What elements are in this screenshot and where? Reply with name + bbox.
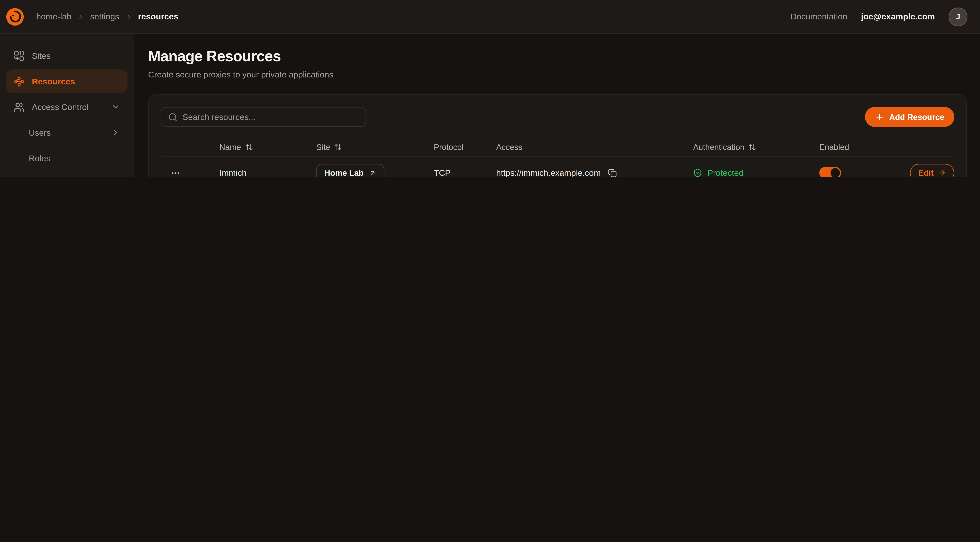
- copy-icon[interactable]: [608, 168, 617, 177]
- arrow-up-right-icon: [369, 169, 376, 177]
- sites-icon: [14, 50, 24, 61]
- column-header-access: Access: [496, 142, 693, 152]
- user-email[interactable]: joe@example.com: [861, 12, 935, 21]
- chevron-down-icon: [111, 103, 120, 112]
- page-subtitle: Create secure proxies to your private ap…: [148, 70, 967, 80]
- sidebar-item-label: Users: [29, 128, 51, 137]
- edit-label: Edit: [918, 168, 934, 177]
- sidebar-item-label: Resources: [32, 77, 75, 86]
- search-box: [161, 107, 366, 127]
- app-logo-icon[interactable]: [5, 6, 25, 27]
- top-header: home-lab settings resources Documentatio…: [0, 0, 980, 34]
- edit-button[interactable]: Edit: [910, 164, 954, 177]
- sidebar: Sites Resources Access Control Users: [0, 34, 134, 177]
- page-title: Manage Resources: [148, 48, 967, 65]
- sidebar-item-users[interactable]: Users: [6, 121, 127, 144]
- column-header-enabled: Enabled: [819, 142, 904, 152]
- column-header-name[interactable]: Name: [220, 142, 253, 152]
- search-icon: [168, 112, 178, 121]
- add-resource-label: Add Resource: [889, 112, 945, 121]
- site-link-button[interactable]: Home Lab: [316, 164, 384, 177]
- sidebar-item-roles[interactable]: Roles: [6, 146, 127, 170]
- chevron-right-icon: [77, 13, 84, 21]
- sidebar-item-label: Sites: [32, 51, 51, 60]
- sidebar-item-label: Access Control: [32, 102, 89, 112]
- table-header-row: Name Site: [161, 138, 954, 157]
- breadcrumb: home-lab settings resources: [36, 12, 178, 21]
- plus-icon: [875, 112, 884, 121]
- site-name: Home Lab: [325, 168, 364, 177]
- column-header-site[interactable]: Site: [316, 142, 342, 152]
- sidebar-item-resources[interactable]: Resources: [6, 70, 127, 93]
- sidebar-item-access-control[interactable]: Access Control: [6, 95, 127, 119]
- auth-label: Protected: [708, 168, 744, 177]
- table-row: Immich Home Lab TCP https://immich.examp…: [161, 157, 954, 177]
- auth-badge: Protected: [693, 168, 743, 177]
- breadcrumb-settings[interactable]: settings: [90, 12, 119, 21]
- row-menu-button[interactable]: [169, 167, 182, 177]
- sort-icon: [334, 143, 342, 151]
- sidebar-item-sites[interactable]: Sites: [6, 44, 127, 67]
- avatar[interactable]: J: [949, 7, 967, 26]
- breadcrumb-resources[interactable]: resources: [138, 12, 178, 21]
- main-content: Manage Resources Create secure proxies t…: [134, 34, 980, 177]
- column-header-authentication[interactable]: Authentication: [693, 142, 756, 152]
- users-icon: [14, 102, 24, 112]
- resources-icon: [14, 76, 24, 87]
- documentation-link[interactable]: Documentation: [791, 12, 847, 21]
- add-resource-button[interactable]: Add Resource: [865, 107, 954, 127]
- chevron-right-icon: [111, 128, 120, 137]
- sidebar-item-shareable-links[interactable]: Shareable Links: [6, 172, 127, 177]
- chevron-right-icon: [125, 13, 132, 21]
- sort-icon: [748, 143, 757, 151]
- sort-icon: [245, 143, 253, 151]
- app-window: home-lab settings resources Documentatio…: [0, 0, 980, 177]
- table-toolbar: Add Resource: [161, 107, 954, 127]
- enabled-toggle[interactable]: [819, 167, 841, 177]
- resources-panel: Add Resource Name: [148, 94, 967, 177]
- resource-name: Immich: [220, 168, 316, 177]
- protocol-value: TCP: [434, 168, 496, 177]
- shield-check-icon: [693, 168, 702, 177]
- breadcrumb-org[interactable]: home-lab: [36, 12, 71, 21]
- sidebar-item-label: Roles: [29, 153, 51, 163]
- ellipsis-icon: [170, 168, 181, 177]
- search-input[interactable]: [183, 112, 359, 121]
- table-body: Immich Home Lab TCP https://immich.examp…: [161, 157, 954, 177]
- column-header-protocol: Protocol: [434, 142, 496, 152]
- access-value: https://immich.example.com: [496, 168, 601, 177]
- arrow-right-icon: [938, 169, 946, 177]
